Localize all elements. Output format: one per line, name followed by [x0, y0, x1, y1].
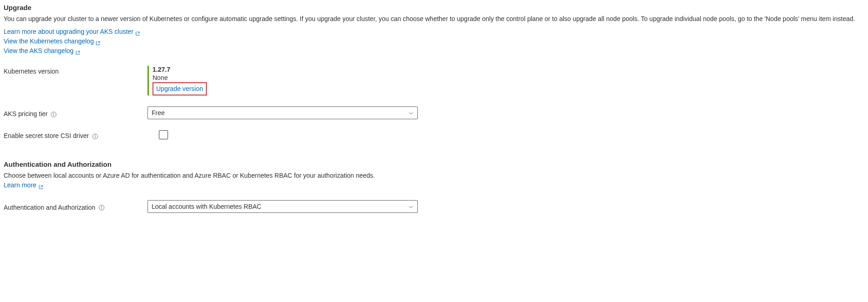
external-link-icon — [75, 48, 80, 53]
k8s-changelog-link[interactable]: View the Kubernetes changelog — [4, 37, 100, 46]
k8s-version-value: 1.27.7 — [153, 66, 207, 73]
k8s-version-block: 1.27.7 None Upgrade version — [147, 66, 207, 95]
csi-driver-label: Enable secret store CSI driver — [4, 130, 159, 139]
auth-field-label: Authentication and Authorization — [4, 202, 147, 211]
upgrade-version-link[interactable]: Upgrade version — [153, 83, 206, 95]
k8s-version-label: Kubernetes version — [4, 66, 147, 75]
auth-field-value: Local accounts with Kubernetes RBAC — [147, 200, 418, 213]
upgrade-title: Upgrade — [4, 4, 864, 11]
k8s-version-row: Kubernetes version 1.27.7 None Upgrade v… — [4, 66, 864, 95]
pricing-tier-row: AKS pricing tier Free — [4, 106, 864, 119]
k8s-auto-upgrade-value: None — [153, 74, 207, 81]
external-link-icon — [95, 39, 100, 44]
auth-learn-more-link[interactable]: Learn more — [4, 180, 43, 190]
label-text: Enable secret store CSI driver — [4, 132, 89, 139]
dropdown-selected: Local accounts with Kubernetes RBAC — [152, 203, 261, 210]
link-text: Learn more about upgrading your AKS clus… — [4, 27, 133, 37]
auth-title: Authentication and Authorization — [4, 160, 864, 168]
info-icon[interactable] — [92, 133, 98, 139]
auth-field-row: Authentication and Authorization Local a… — [4, 200, 864, 213]
upgrade-description: You can upgrade your cluster to a newer … — [4, 14, 857, 23]
chevron-down-icon — [408, 204, 414, 209]
aks-changelog-link[interactable]: View the AKS changelog — [4, 46, 80, 56]
label-text: AKS pricing tier — [4, 110, 47, 117]
upgrade-version-highlight: Upgrade version — [153, 82, 207, 95]
csi-driver-value — [159, 130, 168, 139]
label-text: Authentication and Authorization — [4, 204, 95, 211]
external-link-icon — [38, 183, 43, 188]
info-icon[interactable] — [99, 205, 105, 211]
svg-point-2 — [53, 113, 54, 113]
svg-point-8 — [101, 207, 102, 207]
external-link-icon — [135, 29, 140, 34]
svg-point-5 — [95, 135, 95, 135]
auth-section: Authentication and Authorization Choose … — [4, 160, 864, 212]
auth-dropdown[interactable]: Local accounts with Kubernetes RBAC — [147, 200, 418, 213]
csi-driver-checkbox[interactable] — [159, 130, 168, 139]
pricing-tier-label: AKS pricing tier — [4, 108, 147, 117]
auth-desc-text: Choose between local accounts or Azure A… — [4, 172, 375, 179]
link-text: View the AKS changelog — [4, 46, 74, 56]
upgrade-section: Upgrade You can upgrade your cluster to … — [4, 4, 864, 139]
pricing-tier-dropdown[interactable]: Free — [147, 106, 418, 119]
link-text: View the Kubernetes changelog — [4, 37, 94, 46]
dropdown-selected: Free — [152, 109, 165, 117]
upgrade-links: Learn more about upgrading your AKS clus… — [4, 27, 864, 56]
chevron-down-icon — [408, 110, 414, 116]
pricing-tier-value: Free — [147, 106, 418, 119]
csi-driver-row: Enable secret store CSI driver — [4, 130, 864, 139]
learn-more-upgrade-link[interactable]: Learn more about upgrading your AKS clus… — [4, 27, 140, 37]
info-icon[interactable] — [51, 111, 57, 117]
auth-description: Choose between local accounts or Azure A… — [4, 171, 405, 190]
link-text: Learn more — [4, 180, 37, 190]
